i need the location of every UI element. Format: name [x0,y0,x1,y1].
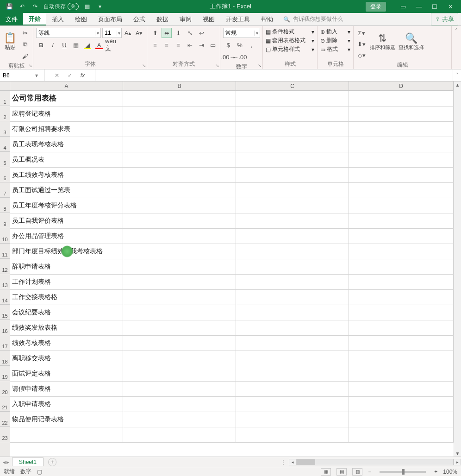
cell[interactable] [123,228,236,244]
cell[interactable]: 离职移交表格 [10,351,123,366]
decrease-decimal-button[interactable]: ←.00 [235,52,245,62]
cell[interactable] [349,305,454,320]
tab-developer[interactable]: 开发工具 [220,13,255,25]
cell[interactable]: 入职申请表格 [10,396,123,412]
alignment-launcher-icon[interactable]: ↘ [215,63,219,68]
orientation-button[interactable]: ⤡ [185,28,195,38]
font-name-input[interactable] [37,28,95,38]
align-left-button[interactable]: ≡ [150,40,160,50]
vertical-scrollbar[interactable]: ▲ ▼ [454,81,461,457]
table-row[interactable]: 离职移交表格 [10,351,454,366]
close-button[interactable]: ✕ [443,1,457,12]
increase-indent-button[interactable]: ⇥ [196,40,206,50]
cell[interactable] [236,274,349,289]
cell[interactable] [123,152,236,167]
enter-formula-button[interactable]: ✓ [68,72,72,79]
sheet-nav-next-button[interactable]: ▸ [6,459,9,465]
table-row[interactable]: 员工概况表 [10,152,454,167]
cell[interactable] [349,427,454,442]
cell[interactable]: 辞职申请表格 [10,259,123,274]
cell[interactable] [349,335,454,351]
table-row[interactable]: 办公用品管理表格 [10,228,454,244]
cell[interactable] [123,121,236,137]
cell[interactable] [349,351,454,366]
cell[interactable]: 员工年度考核评分表格 [10,198,123,213]
cell[interactable] [123,198,236,213]
clipboard-launcher-icon[interactable]: ↘ [28,63,32,68]
row-header[interactable]: 22 [0,412,10,427]
normal-view-button[interactable]: ▦ [321,468,331,476]
sheet-tab-sheet1[interactable]: Sheet1 [12,457,44,466]
table-row[interactable]: 有限公司招聘要求表 [10,121,454,137]
table-row[interactable]: 员工绩效考核表格 [10,167,454,182]
cell[interactable] [236,320,349,335]
cell[interactable]: 应聘登记表格 [10,106,123,121]
scroll-down-icon[interactable]: ▼ [454,450,461,457]
table-row[interactable]: 辞职申请表格 [10,259,454,274]
cell[interactable] [349,244,454,259]
row-header[interactable]: 23 [0,427,10,442]
fill-color-button[interactable]: ◢ [82,40,93,50]
table-row[interactable]: 公司常用表格 [10,91,454,106]
row-header[interactable]: 4 [0,137,10,152]
tell-me-search[interactable]: 🔍 告诉我你想要做什么 [279,13,343,25]
paste-button[interactable]: 📋 粘贴 [3,28,17,56]
tab-insert[interactable]: 插入 [46,13,69,25]
cell[interactable] [236,381,349,396]
zoom-slider[interactable] [380,471,426,473]
copy-button[interactable]: ⧉ [20,39,30,50]
cell[interactable] [236,91,349,106]
conditional-format-button[interactable]: ▤条件格式▾ [266,28,314,36]
col-header-D[interactable]: D [349,81,454,90]
cell[interactable] [123,137,236,152]
sheet-nav-prev-button[interactable]: ◂ [3,459,6,465]
cell[interactable] [236,152,349,167]
cut-button[interactable]: ✂ [20,28,30,38]
cell[interactable] [123,213,236,228]
cell[interactable]: 员工表现考核表格 [10,137,123,152]
fx-button[interactable]: fx [81,72,85,79]
cell[interactable] [349,167,454,182]
cell[interactable] [349,137,454,152]
zoom-out-button[interactable]: − [368,469,371,475]
phonetic-button[interactable]: wén文 [106,40,116,50]
cell[interactable] [349,198,454,213]
cell[interactable]: 员工面试通过一览表 [10,182,123,198]
align-middle-button[interactable]: ⬌ [162,28,172,38]
hscroll-thumb[interactable] [297,459,315,465]
tab-file[interactable]: 文件 [0,13,23,25]
cell[interactable] [236,289,349,305]
collapse-ribbon-button[interactable]: ˄ [452,26,461,69]
cell[interactable] [349,213,454,228]
cell[interactable] [349,121,454,137]
cell[interactable] [123,167,236,182]
tab-page-layout[interactable]: 页面布局 [93,13,128,25]
cell[interactable] [123,182,236,198]
cell[interactable] [349,259,454,274]
add-sheet-button[interactable]: ＋ [48,458,56,466]
decrease-font-button[interactable]: A▾ [134,28,144,38]
row-header[interactable]: 15 [0,305,10,320]
row-header[interactable]: 9 [0,213,10,228]
row-header[interactable]: 5 [0,152,10,167]
cell[interactable]: 工作计划表格 [10,274,123,289]
cell[interactable] [123,427,236,442]
col-header-A[interactable]: A [10,81,123,90]
decrease-indent-button[interactable]: ⇤ [185,40,195,50]
cell[interactable]: 有限公司招聘要求表 [10,121,123,137]
cell[interactable]: 公司常用表格 [10,91,123,106]
table-row[interactable]: 绩效考核表格 [10,335,454,351]
tab-help[interactable]: 帮助 [255,13,279,25]
scroll-right-icon[interactable]: ▸ [454,459,461,465]
cell[interactable] [10,427,123,442]
font-name-combo[interactable]: ▾ [36,28,101,38]
number-launcher-icon[interactable]: ↘ [258,63,262,68]
bold-button[interactable]: B [36,40,46,50]
row-header[interactable]: 11 [0,244,10,259]
cell[interactable]: 请假申请表格 [10,381,123,396]
cell[interactable] [123,381,236,396]
table-row[interactable]: 应聘登记表格 [10,106,454,121]
table-row[interactable]: 物品使用记录表格 [10,412,454,427]
align-bottom-button[interactable]: ⬇ [173,28,183,38]
cell[interactable] [236,167,349,182]
